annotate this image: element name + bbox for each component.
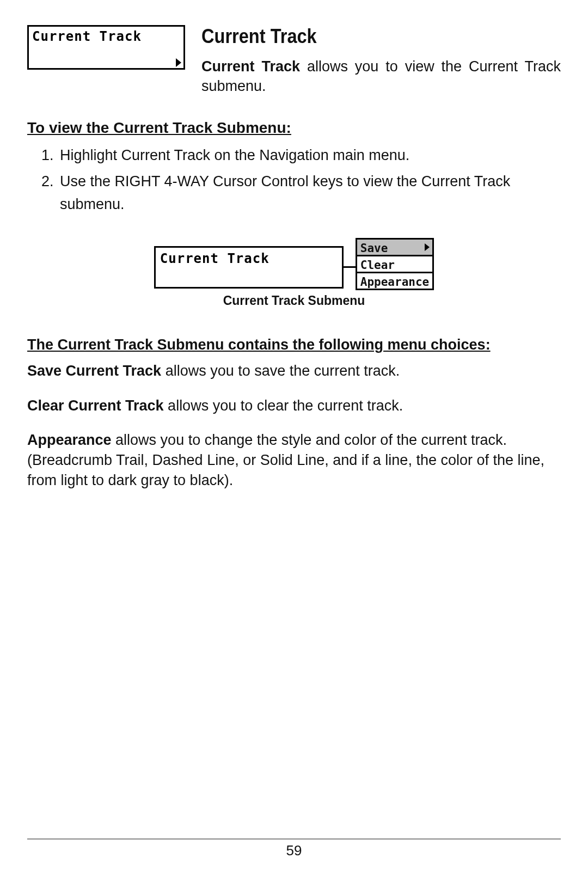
submenu-item-clear: Clear: [356, 255, 434, 273]
triangle-right-icon: [176, 58, 181, 67]
section-heading: Current Track: [201, 25, 518, 48]
choice-bold: Clear Current Track: [27, 397, 164, 414]
choice-bold: Appearance: [27, 432, 112, 448]
view-submenu-heading: To view the Current Track Submenu:: [27, 119, 561, 137]
choice-rest: allows you to save the current track.: [161, 363, 400, 379]
submenu-item-appearance: Appearance: [356, 272, 434, 290]
submenu-parent-box: Current Track: [154, 246, 344, 289]
connector-line: [344, 266, 356, 268]
step-item: Use the RIGHT 4-WAY Cursor Control keys …: [58, 170, 561, 216]
submenu-figure-row: Current Track Save Clear Appearance: [154, 240, 434, 290]
submenu-items: Save Clear Appearance: [356, 240, 434, 290]
submenu-figure: Current Track Save Clear Appearance Curr…: [27, 240, 561, 308]
top-row: Current Track Current Track Current Trac…: [27, 25, 561, 96]
step-item: Highlight Current Track on the Navigatio…: [58, 144, 561, 167]
triangle-right-icon: [425, 243, 430, 251]
choice-save: Save Current Track allows you to save th…: [27, 361, 561, 381]
choice-clear: Clear Current Track allows you to clear …: [27, 396, 561, 416]
intro-bold: Current Track: [201, 58, 300, 75]
choice-bold: Save Current Track: [27, 363, 161, 379]
choices-heading: The Current Track Submenu contains the f…: [27, 336, 561, 353]
submenu-item-save: Save: [356, 238, 434, 256]
intro-text: Current Track allows you to view the Cur…: [201, 57, 561, 96]
steps-list: Highlight Current Track on the Navigatio…: [27, 144, 561, 216]
submenu-item-label: Clear: [360, 259, 395, 272]
page-number: 59: [0, 842, 588, 859]
intro-block: Current Track Current Track allows you t…: [201, 25, 561, 96]
figure-caption: Current Track Submenu: [223, 293, 365, 308]
choice-rest: allows you to clear the current track.: [164, 397, 403, 414]
submenu-parent-label: Current Track: [160, 251, 338, 266]
choice-appearance: Appearance allows you to change the styl…: [27, 430, 561, 491]
submenu-item-label: Appearance: [360, 275, 429, 289]
menu-panel-current-track: Current Track: [27, 25, 185, 70]
submenu-item-label: Save: [360, 242, 388, 255]
footer-rule: [27, 838, 561, 840]
menu-panel-label: Current Track: [29, 27, 183, 44]
page: Current Track Current Track Current Trac…: [0, 0, 588, 882]
